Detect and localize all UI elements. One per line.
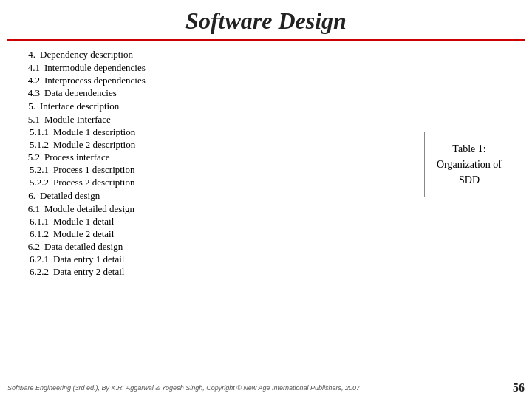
section-6-2: 6.2 Data detailed design 6.2.1 Data entr…	[22, 241, 414, 278]
s6-2-2-label: Data entry 2 detail	[53, 266, 124, 278]
s6-1-2: 6.1.2 Module 2 detail	[22, 228, 414, 240]
section-5-2-items: 5.2.1 Process 1 description 5.2.2 Proces…	[22, 164, 414, 188]
s4-1-num: 4.1	[22, 62, 40, 74]
s5-2-label: Process interface	[44, 151, 109, 163]
section-4-3: 4.3 Data dependencies	[22, 87, 414, 99]
section-4: 4. Dependency description 4.1 Intermodul…	[22, 49, 414, 99]
s4-2-num: 4.2	[22, 75, 40, 86]
section-5-num: 5.	[22, 100, 35, 112]
s5-2-2-num: 5.2.2	[22, 177, 49, 188]
s6-2-2-num: 6.2.2	[22, 266, 49, 278]
s6-2-1-num: 6.2.1	[22, 253, 49, 265]
s6-1-1: 6.1.1 Module 1 detail	[22, 216, 414, 228]
section-6-1-items: 6.1.1 Module 1 detail 6.1.2 Module 2 det…	[22, 216, 414, 240]
section-5-1-items: 5.1.1 Module 1 description 5.1.2 Module …	[22, 126, 414, 151]
s6-2-num: 6.2	[22, 241, 40, 253]
section-5-subs: 5.1 Module Interface 5.1.1 Module 1 desc…	[22, 114, 414, 188]
s5-1-label: Module Interface	[44, 114, 111, 126]
s5-1-2: 5.1.2 Module 2 description	[22, 139, 414, 151]
s6-1-label: Module detailed design	[44, 203, 134, 215]
s5-1-2-label: Module 2 description	[53, 139, 135, 151]
section-5-label: Interface description	[40, 100, 119, 112]
s4-3-num: 4.3	[22, 87, 40, 99]
s5-1-1-label: Module 1 description	[53, 126, 135, 138]
s4-3-label: Data dependencies	[44, 87, 117, 99]
section-6-num: 6.	[22, 190, 35, 202]
section-6: 6. Detailed design 6.1 Module detailed d…	[22, 190, 414, 278]
s5-2-2: 5.2.2 Process 2 description	[22, 177, 414, 188]
section-4-subs: 4.1 Intermodule dependencies 4.2 Interpr…	[22, 62, 414, 99]
outline-content: 4. Dependency description 4.1 Intermodul…	[7, 49, 414, 279]
s5-2-1-label: Process 1 description	[53, 164, 134, 176]
section-4-label: Dependency description	[40, 49, 133, 61]
s6-1-1-num: 6.1.1	[22, 216, 49, 228]
footer-citation: Software Engineering (3rd ed.), By K.R. …	[7, 384, 360, 392]
section-4-1: 4.1 Intermodule dependencies	[22, 62, 414, 74]
section-6-subs: 6.1 Module detailed design 6.1.1 Module …	[22, 203, 414, 278]
s6-2-1-label: Data entry 1 detail	[53, 253, 124, 265]
section-6-2-items: 6.2.1 Data entry 1 detail 6.2.2 Data ent…	[22, 253, 414, 278]
s5-1-num: 5.1	[22, 114, 40, 126]
s5-2-1: 5.2.1 Process 1 description	[22, 164, 414, 176]
s4-2-label: Interprocess dependencies	[44, 75, 146, 86]
s6-2-label: Data detailed design	[44, 241, 123, 253]
s5-2-2-label: Process 2 description	[53, 177, 134, 188]
s6-2-2: 6.2.2 Data entry 2 detail	[22, 266, 414, 278]
section-4-2: 4.2 Interprocess dependencies	[22, 75, 414, 86]
s5-1-2-num: 5.1.2	[22, 139, 49, 151]
page-title: Software Design	[0, 0, 532, 39]
top-level-list: 4. Dependency description 4.1 Intermodul…	[22, 49, 414, 278]
s5-2-num: 5.2	[22, 151, 40, 163]
section-5-1: 5.1 Module Interface 5.1.1 Module 1 desc…	[22, 114, 414, 151]
table-sidebar: Table 1: Organization of SDD	[414, 49, 525, 279]
table-line1: Table 1:	[452, 143, 485, 154]
section-4-num: 4.	[22, 49, 35, 61]
section-6-1: 6.1 Module detailed design 6.1.1 Module …	[22, 203, 414, 240]
section-6-label: Detailed design	[40, 190, 100, 202]
table-line2: Organization of	[437, 159, 502, 170]
s4-1-label: Intermodule dependencies	[44, 62, 146, 74]
s5-1-1-num: 5.1.1	[22, 126, 49, 138]
red-divider	[7, 39, 525, 41]
page-number: 56	[513, 381, 525, 395]
s6-1-2-label: Module 2 detail	[53, 228, 114, 240]
s5-2-1-num: 5.2.1	[22, 164, 49, 176]
s6-1-num: 6.1	[22, 203, 40, 215]
s5-1-1: 5.1.1 Module 1 description	[22, 126, 414, 138]
s6-2-1: 6.2.1 Data entry 1 detail	[22, 253, 414, 265]
table-line3: SDD	[459, 174, 480, 185]
table-box: Table 1: Organization of SDD	[424, 132, 514, 197]
section-5: 5. Interface description 5.1 Module Inte…	[22, 100, 414, 188]
s6-1-1-label: Module 1 detail	[53, 216, 114, 228]
footer: Software Engineering (3rd ed.), By K.R. …	[7, 381, 525, 395]
section-5-2: 5.2 Process interface 5.2.1 Process 1 de…	[22, 151, 414, 188]
s6-1-2-num: 6.1.2	[22, 228, 49, 240]
